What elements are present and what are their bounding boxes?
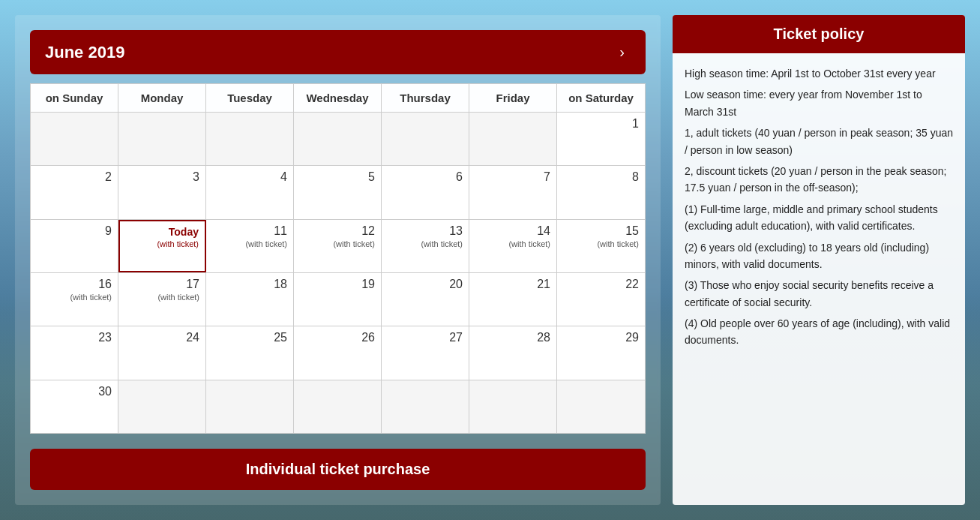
cal-day-13[interactable]: 13(with ticket) <box>382 220 469 272</box>
policy-line-7: (3) Those who enjoy social security bene… <box>685 277 953 311</box>
cal-day-today[interactable]: Today (with ticket) <box>118 220 206 272</box>
cal-day-18[interactable]: 18 <box>206 273 294 326</box>
cal-day-8[interactable]: 8 <box>557 166 645 218</box>
cal-day-7[interactable]: 7 <box>469 166 557 218</box>
calendar-row-1: 1 <box>31 113 645 166</box>
policy-line-5: (1) Full-time large, middle and primary … <box>685 201 953 235</box>
cal-day-29[interactable]: 29 <box>557 326 645 379</box>
cal-day-5[interactable]: 5 <box>294 166 382 218</box>
cal-day-1[interactable]: 1 <box>557 113 645 165</box>
policy-line-1: High season time: April 1st to October 3… <box>685 65 953 82</box>
calendar-row-6: 30 <box>31 380 645 433</box>
cal-cell-empty <box>206 380 294 433</box>
policy-title: Ticket policy <box>673 15 965 53</box>
month-header: June 2019 › <box>30 30 646 74</box>
policy-line-2: Low season time: every year from Novembe… <box>685 86 953 120</box>
cal-day-11[interactable]: 11(with ticket) <box>206 220 294 272</box>
header-monday: Monday <box>118 84 206 113</box>
calendar-header-row: on Sunday Monday Tuesday Wednesday Thurs… <box>31 84 645 113</box>
cal-day-16[interactable]: 16(with ticket) <box>31 273 118 326</box>
policy-section: Ticket policy High season time: April 1s… <box>673 15 965 505</box>
buy-ticket-button[interactable]: Individual ticket purchase <box>30 449 646 490</box>
header-thursday: Thursday <box>382 84 469 113</box>
cal-day-19[interactable]: 19 <box>294 273 382 326</box>
cal-cell-empty <box>118 113 206 165</box>
cal-day-4[interactable]: 4 <box>206 166 294 218</box>
cal-cell-empty <box>382 380 469 433</box>
cal-day-25[interactable]: 25 <box>206 326 294 379</box>
header-saturday: on Saturday <box>557 84 645 113</box>
calendar-grid: on Sunday Monday Tuesday Wednesday Thurs… <box>30 83 646 434</box>
cal-day-23[interactable]: 23 <box>31 326 118 379</box>
header-friday: Friday <box>469 84 557 113</box>
cal-day-2[interactable]: 2 <box>31 166 118 218</box>
cal-cell-empty <box>469 113 557 165</box>
policy-body: High season time: April 1st to October 3… <box>673 53 965 365</box>
cal-cell-empty <box>382 113 469 165</box>
calendar-row-5: 23 24 25 26 27 28 29 <box>31 326 645 380</box>
main-container: June 2019 › on Sunday Monday Tuesday Wed… <box>0 0 980 520</box>
cal-day-12[interactable]: 12(with ticket) <box>294 220 382 272</box>
cal-cell-empty <box>294 113 382 165</box>
header-wednesday: Wednesday <box>294 84 382 113</box>
calendar-section: June 2019 › on Sunday Monday Tuesday Wed… <box>15 15 661 505</box>
month-title: June 2019 <box>45 43 124 62</box>
cal-cell-empty <box>294 380 382 433</box>
cal-day-24[interactable]: 24 <box>118 326 206 379</box>
cal-day-9[interactable]: 9 <box>31 220 118 272</box>
today-ticket-label: (with ticket) <box>157 239 199 248</box>
cal-day-3[interactable]: 3 <box>118 166 206 218</box>
cal-cell-empty <box>469 380 557 433</box>
cal-cell-empty <box>31 113 118 165</box>
cal-cell-empty <box>118 380 206 433</box>
cal-cell-empty <box>557 380 645 433</box>
cal-day-27[interactable]: 27 <box>382 326 469 379</box>
cal-day-28[interactable]: 28 <box>469 326 557 379</box>
policy-line-3: 1, adult tickets (40 yuan / person in pe… <box>685 125 953 158</box>
calendar-row-4: 16(with ticket) 17(with ticket) 18 19 20… <box>31 273 645 326</box>
cal-cell-empty <box>206 113 294 165</box>
calendar-row-3: 9 Today (with ticket) 11(with ticket) 12… <box>31 220 645 273</box>
policy-line-8: (4) Old people over 60 years of age (inc… <box>685 315 953 349</box>
cal-day-20[interactable]: 20 <box>382 273 469 326</box>
policy-line-4: 2, discount tickets (20 yuan / person in… <box>685 163 953 197</box>
header-tuesday: Tuesday <box>206 84 294 113</box>
cal-day-6[interactable]: 6 <box>382 166 469 218</box>
cal-day-21[interactable]: 21 <box>469 273 557 326</box>
cal-day-30[interactable]: 30 <box>31 380 118 433</box>
cal-day-26[interactable]: 26 <box>294 326 382 379</box>
calendar-row-2: 2 3 4 5 6 7 8 <box>31 166 645 219</box>
cal-day-14[interactable]: 14(with ticket) <box>469 220 557 272</box>
cal-day-17[interactable]: 17(with ticket) <box>118 273 206 326</box>
cal-day-22[interactable]: 22 <box>557 273 645 326</box>
header-sunday: on Sunday <box>31 84 118 113</box>
cal-day-15[interactable]: 15(with ticket) <box>557 220 645 272</box>
today-label: Today <box>169 226 199 238</box>
policy-line-6: (2) 6 years old (excluding) to 18 years … <box>685 239 953 273</box>
next-month-button[interactable]: › <box>613 41 631 64</box>
